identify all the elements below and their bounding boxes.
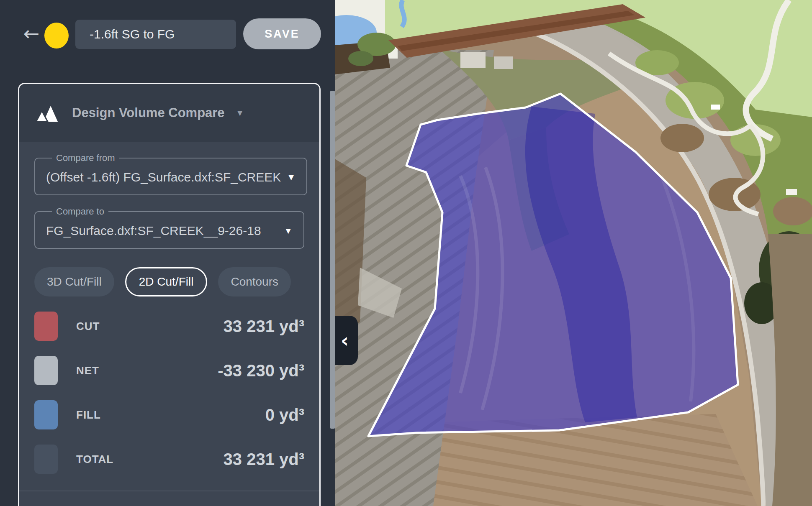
save-button[interactable]: SAVE (243, 18, 321, 49)
chevron-down-icon: ▼ (284, 226, 293, 236)
total-value: 33 231 yd³ (224, 450, 304, 469)
compare-from-select[interactable]: (Offset -1.6ft) FG_Surface.dxf:SF_CREEK … (46, 170, 296, 184)
cut-value: 33 231 yd³ (224, 317, 304, 336)
compare-from-field: Compare from (Offset -1.6ft) FG_Surface.… (34, 153, 307, 195)
aerial-imagery (335, 0, 812, 506)
panel-divider (19, 491, 319, 491)
net-color-swatch (34, 356, 58, 385)
metric-row-net: NET -33 230 yd³ (34, 356, 304, 385)
mode-2d-cutfill-button[interactable]: 2D Cut/Fill (125, 267, 208, 296)
metric-row-fill: FILL 0 yd³ (34, 400, 304, 429)
metric-row-cut: CUT 33 231 yd³ (34, 312, 304, 341)
terrain-mountain-icon (35, 104, 59, 122)
compare-to-select[interactable]: FG_Surface.dxf:SF_CREEK__9-26-18 ▼ (46, 224, 293, 238)
fill-value: 0 yd³ (265, 406, 304, 424)
compare-to-value: FG_Surface.dxf:SF_CREEK__9-26-18 (46, 224, 278, 238)
total-label: TOTAL (76, 453, 113, 466)
fill-label: FILL (76, 409, 101, 422)
panel-title: Design Volume Compare (72, 105, 225, 120)
net-value: -33 230 yd³ (218, 361, 304, 380)
back-arrow-icon[interactable]: ← (20, 22, 43, 45)
compare-to-label: Compare to (52, 206, 108, 217)
compare-from-value: (Offset -1.6ft) FG_Surface.dxf:SF_CREEK (46, 170, 281, 184)
cut-label: CUT (76, 320, 100, 333)
cut-color-swatch (34, 312, 58, 341)
annotation-color-dot[interactable] (44, 23, 69, 49)
net-label: NET (76, 364, 99, 377)
chevron-down-icon: ▼ (287, 172, 296, 182)
collapse-panel-button[interactable]: ‹ (335, 316, 358, 365)
measurement-name-input[interactable] (75, 20, 236, 49)
fill-color-swatch (34, 400, 58, 429)
panel-scrollbar[interactable] (330, 91, 335, 429)
total-color-swatch (34, 445, 58, 474)
compare-from-label: Compare from (52, 153, 119, 164)
design-volume-compare-panel: Design Volume Compare ▼ Compare from (Of… (18, 83, 321, 506)
mode-contours-button[interactable]: Contours (218, 267, 291, 296)
panel-body: Compare from (Offset -1.6ft) FG_Surface.… (19, 142, 319, 491)
sidebar: ← SAVE Design Volume Compare ▼ Compare f… (0, 0, 335, 506)
map-viewport[interactable]: ‹ (335, 0, 812, 506)
compare-to-field: Compare to FG_Surface.dxf:SF_CREEK__9-26… (34, 206, 304, 249)
panel-header[interactable]: Design Volume Compare ▼ (19, 84, 319, 142)
mode-3d-cutfill-button[interactable]: 3D Cut/Fill (34, 267, 114, 296)
metric-row-total: TOTAL 33 231 yd³ (34, 445, 304, 474)
view-mode-toggle-group: 3D Cut/Fill 2D Cut/Fill Contours (34, 267, 304, 296)
panel-caret-down-icon[interactable]: ▼ (236, 108, 244, 118)
app-window: ← SAVE Design Volume Compare ▼ Compare f… (0, 0, 812, 506)
